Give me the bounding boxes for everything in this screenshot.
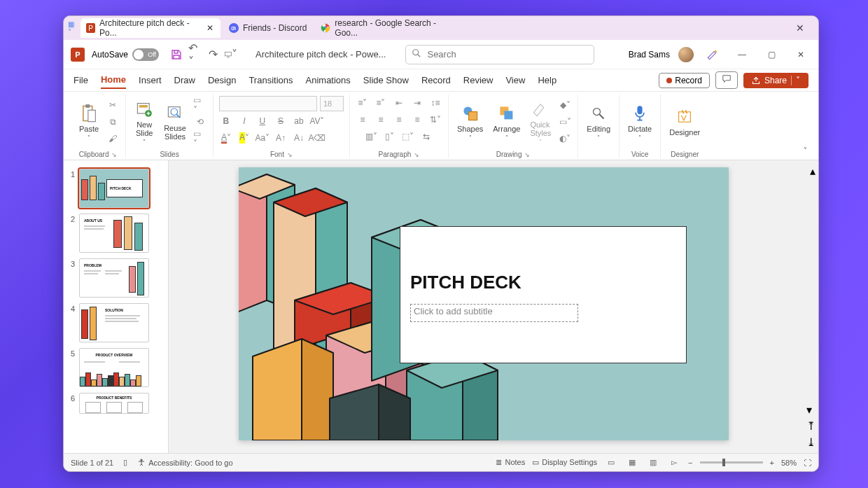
spell-check-icon[interactable]: ▯ xyxy=(123,458,127,467)
avatar[interactable] xyxy=(678,47,694,62)
redo-icon[interactable]: ↷ xyxy=(206,48,219,61)
slide-thumb-2[interactable]: ABOUT US xyxy=(79,214,149,253)
present-icon[interactable]: ˅ xyxy=(225,48,237,61)
shape-outline-icon[interactable]: ▭˅ xyxy=(558,115,572,129)
ink-replay-icon[interactable] xyxy=(702,44,723,65)
dialog-launcher-icon[interactable]: ↘ xyxy=(414,151,419,158)
shadow-icon[interactable]: ab xyxy=(292,114,306,128)
close-icon[interactable]: ✕ xyxy=(790,44,811,65)
slide-thumbnails[interactable]: 1 PITCH DECK 2 ABOUT US xyxy=(64,160,169,453)
thumb-row[interactable]: 3 PROBLEM xyxy=(64,256,168,300)
underline-icon[interactable]: U xyxy=(255,114,270,128)
tab-help[interactable]: Help xyxy=(538,72,556,88)
normal-view-icon[interactable]: ▭ xyxy=(604,457,618,468)
smartart-icon[interactable]: ⬚˅ xyxy=(401,130,415,144)
slide-canvas[interactable]: PITCH DECK Click to add subtitle xyxy=(239,167,729,440)
collapse-ribbon-icon[interactable]: ˅ xyxy=(799,142,811,158)
share-dropdown-icon[interactable]: ˅ xyxy=(791,76,800,85)
new-slide-button[interactable]: New Slide˅ xyxy=(132,98,157,146)
tab-view[interactable]: View xyxy=(505,72,525,88)
next-slide-icon[interactable]: ⤓ xyxy=(806,435,816,449)
shapes-button[interactable]: Shapes˅ xyxy=(454,102,486,142)
align-left-icon[interactable]: ≡ xyxy=(356,113,370,127)
reset-icon[interactable]: ⟲ xyxy=(193,115,207,129)
autosave-toggle[interactable]: Off xyxy=(132,48,159,61)
tab-review[interactable]: Review xyxy=(463,72,493,88)
distribute-icon[interactable]: ⇆ xyxy=(419,130,433,144)
thumb-row[interactable]: 4 SOLUTION xyxy=(64,300,168,345)
fit-to-window-icon[interactable]: ⛶ xyxy=(804,459,811,467)
paste-button[interactable]: Paste˅ xyxy=(76,102,102,142)
align-center-icon[interactable]: ≡ xyxy=(374,113,388,127)
tab-animations[interactable]: Animations xyxy=(306,72,351,88)
browser-tab-powerpoint[interactable]: P Architecture pitch deck - Po... ✕ xyxy=(80,18,220,38)
share-button[interactable]: Share ˅ xyxy=(743,73,808,88)
dialog-launcher-icon[interactable]: ↘ xyxy=(287,151,293,158)
section-icon[interactable]: ▭ ˅ xyxy=(193,132,207,146)
browser-tab-discord[interactable]: ෧ Friends - Discord xyxy=(223,18,312,38)
tab-record[interactable]: Record xyxy=(421,72,451,88)
slide-thumb-6[interactable]: PRODUCT BENEFITS xyxy=(79,393,149,414)
zoom-out-icon[interactable]: − xyxy=(688,459,692,467)
search-box[interactable] xyxy=(405,45,594,64)
font-family-input[interactable] xyxy=(219,96,317,111)
display-settings-button[interactable]: ▭Display Settings xyxy=(532,458,597,467)
accessibility-status[interactable]: Accessibility: Good to go xyxy=(137,459,232,467)
shape-fill-icon[interactable]: ◆˅ xyxy=(558,98,572,112)
change-case-icon[interactable]: Aa˅ xyxy=(255,131,270,145)
clear-format-icon[interactable]: A⌫ xyxy=(310,131,324,145)
zoom-slider[interactable] xyxy=(700,461,763,463)
slide-thumb-1[interactable]: PITCH DECK xyxy=(79,169,149,208)
record-button[interactable]: Record xyxy=(659,73,710,88)
sorter-view-icon[interactable]: ▦ xyxy=(625,457,639,468)
scroll-up-icon[interactable]: ▴ xyxy=(810,165,816,178)
designer-button[interactable]: Designer xyxy=(666,106,703,138)
reading-view-icon[interactable]: ▥ xyxy=(646,457,660,468)
title-placeholder[interactable]: PITCH DECK Click to add subtitle xyxy=(400,226,687,363)
line-spacing-icon[interactable]: ↕≡ xyxy=(428,96,442,110)
slide-thumb-3[interactable]: PROBLEM xyxy=(79,258,149,298)
slide-thumb-4[interactable]: SOLUTION xyxy=(79,303,149,342)
thumb-row[interactable]: 1 PITCH DECK xyxy=(64,166,168,211)
tab-draw[interactable]: Draw xyxy=(174,72,195,88)
highlight-icon[interactable]: A˅ xyxy=(237,131,251,145)
slide-thumb-5[interactable]: PRODUCT OVERVIEW xyxy=(79,348,149,387)
thumb-row[interactable]: 2 ABOUT US xyxy=(64,211,168,256)
columns-icon[interactable]: ▥˅ xyxy=(365,130,379,144)
close-icon[interactable]: ✕ xyxy=(205,23,215,33)
quick-styles-button[interactable]: Quick Styles˅ xyxy=(527,98,554,146)
layout-icon[interactable]: ▭ ˅ xyxy=(193,98,207,112)
dialog-launcher-icon[interactable]: ↘ xyxy=(111,151,117,158)
prev-slide-icon[interactable]: ⤒ xyxy=(806,419,816,433)
italic-icon[interactable]: I xyxy=(237,114,251,128)
bold-icon[interactable]: B xyxy=(219,114,233,128)
scroll-down-icon[interactable]: ▾ xyxy=(806,403,816,417)
reuse-slides-button[interactable]: Reuse Slides xyxy=(161,102,189,142)
tab-slideshow[interactable]: Slide Show xyxy=(363,72,409,88)
window-close-icon[interactable]: ✕ xyxy=(786,22,814,34)
slide-indicator[interactable]: Slide 1 of 21 xyxy=(71,459,113,467)
dictate-button[interactable]: Dictate˅ xyxy=(625,102,654,142)
align-right-icon[interactable]: ≡ xyxy=(392,113,406,127)
browser-tab-chrome[interactable]: research - Google Search - Goo... xyxy=(315,18,455,38)
thumb-row[interactable]: 6 PRODUCT BENEFITS xyxy=(64,390,168,417)
format-painter-icon[interactable]: 🖌 xyxy=(106,132,120,146)
slide-canvas-area[interactable]: ▴ xyxy=(169,160,818,453)
shape-effects-icon[interactable]: ◐˅ xyxy=(558,132,572,146)
search-input[interactable] xyxy=(427,49,588,60)
tab-menu-icon[interactable]: ▦ ˅ xyxy=(68,23,78,33)
tab-transitions[interactable]: Transitions xyxy=(248,72,293,88)
arrange-button[interactable]: Arrange˅ xyxy=(490,102,523,142)
font-color-icon[interactable]: A˅ xyxy=(219,131,233,145)
indent-right-icon[interactable]: ⇥ xyxy=(410,96,424,110)
slideshow-view-icon[interactable]: ▻ xyxy=(667,457,681,468)
font-size-input[interactable]: 18 xyxy=(320,96,344,111)
shrink-font-icon[interactable]: A↓ xyxy=(292,131,306,145)
save-icon[interactable] xyxy=(170,48,183,61)
editing-button[interactable]: Editing˅ xyxy=(584,102,613,142)
notes-button[interactable]: ≣Notes xyxy=(496,458,525,467)
maximize-icon[interactable]: ▢ xyxy=(761,44,782,65)
cut-icon[interactable]: ✂ xyxy=(106,98,120,112)
bullets-icon[interactable]: ≡˅ xyxy=(356,96,370,110)
tab-file[interactable]: File xyxy=(74,72,88,88)
